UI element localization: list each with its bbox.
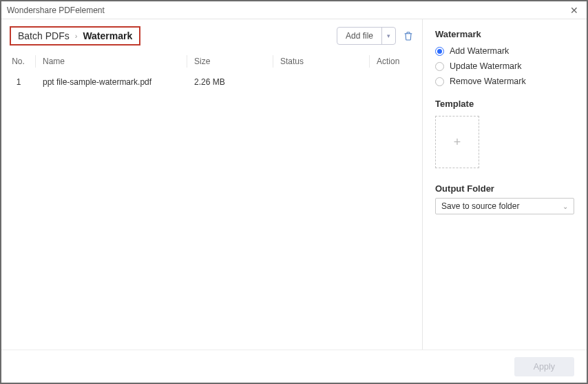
main-area: Batch PDFs › Watermark Add file ▾: [1, 19, 587, 350]
radio-remove-watermark[interactable]: Remove Watermark: [435, 77, 574, 86]
chevron-down-icon: ⌄: [563, 203, 568, 210]
col-action: Action: [370, 55, 422, 68]
template-title: Template: [435, 99, 574, 109]
radio-label: Update Watermark: [450, 61, 521, 71]
output-folder-select[interactable]: Save to source folder ⌄: [435, 198, 574, 214]
col-status: Status: [273, 55, 370, 68]
radio-label: Remove Watermark: [450, 77, 526, 86]
titlebar: Wondershare PDFelement ✕: [1, 1, 587, 19]
breadcrumb-row: Batch PDFs › Watermark Add file ▾: [1, 26, 422, 51]
radio-label: Add Watermark: [450, 46, 509, 56]
add-file-dropdown[interactable]: ▾: [381, 28, 395, 44]
right-panel: Watermark Add Watermark Update Watermark…: [423, 19, 587, 350]
add-file-button[interactable]: Add file ▾: [337, 27, 396, 45]
window-title: Wondershare PDFelement: [7, 6, 105, 15]
cell-status: [273, 76, 370, 88]
close-icon[interactable]: ✕: [567, 5, 581, 16]
table-header: No. Name Size Status Action: [1, 51, 422, 72]
radio-icon: [435, 62, 444, 71]
cell-no: 1: [1, 76, 36, 88]
chevron-down-icon: ▾: [387, 32, 390, 39]
col-name: Name: [36, 55, 187, 68]
footer: Apply: [1, 350, 587, 383]
col-no: No.: [1, 55, 36, 68]
radio-update-watermark[interactable]: Update Watermark: [435, 61, 574, 71]
table-row[interactable]: 1 ppt file-sample-watermark.pdf 2.26 MB: [1, 72, 422, 92]
output-section: Output Folder Save to source folder ⌄: [435, 183, 574, 214]
radio-icon: [435, 77, 444, 86]
cell-size: 2.26 MB: [187, 76, 273, 88]
plus-icon: +: [454, 135, 461, 150]
apply-button[interactable]: Apply: [514, 357, 574, 376]
left-panel: Batch PDFs › Watermark Add file ▾: [1, 19, 422, 350]
template-section: Template +: [435, 99, 574, 183]
breadcrumb-current: Watermark: [83, 30, 132, 41]
radio-add-watermark[interactable]: Add Watermark: [435, 46, 574, 56]
template-add-button[interactable]: +: [435, 116, 479, 168]
chevron-right-icon: ›: [75, 32, 78, 40]
file-table: No. Name Size Status Action 1 ppt file-s…: [1, 51, 422, 92]
watermark-section-title: Watermark: [435, 29, 574, 39]
breadcrumb-root[interactable]: Batch PDFs: [18, 30, 70, 41]
output-folder-value: Save to source folder: [441, 201, 563, 211]
add-file-label: Add file: [337, 28, 381, 44]
cell-action: [370, 76, 422, 88]
trash-icon[interactable]: [403, 30, 414, 41]
col-size: Size: [187, 55, 273, 68]
radio-icon: [435, 47, 444, 56]
breadcrumb: Batch PDFs › Watermark: [10, 26, 140, 46]
watermark-radio-group: Add Watermark Update Watermark Remove Wa…: [435, 46, 574, 86]
output-title: Output Folder: [435, 183, 574, 194]
cell-name: ppt file-sample-watermark.pdf: [36, 76, 187, 88]
